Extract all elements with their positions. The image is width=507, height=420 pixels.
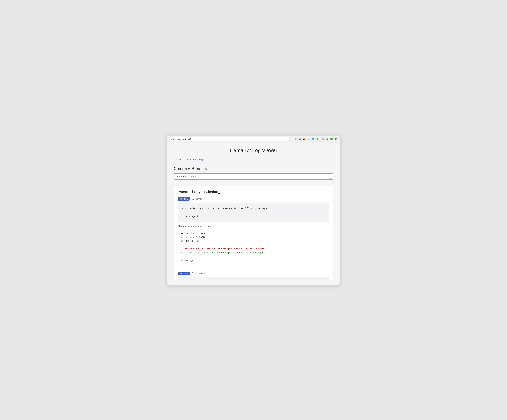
version-2-changes: Changes from previous version: --- Versi… <box>178 225 329 265</box>
diff-line-2: +++ Version 2bab08fa <box>181 235 326 239</box>
browser-actions: 🔗 📷 📸 ⬜ 🌐 ⚙ </> 🧩 ▦ <box>294 138 338 141</box>
tab-compare-prompts[interactable]: Compare Prompts <box>184 157 208 162</box>
version-1-header: Version 1 (73653a4e) <box>178 272 329 275</box>
extensions-icon[interactable]: 🧩 <box>326 138 329 141</box>
separator <box>292 138 292 141</box>
page-title: LlamaBot Log Viewer <box>174 147 333 153</box>
address-bar[interactable]: i http://localhost:8000 <box>169 137 290 141</box>
prompt-dropdown[interactable]: alertbot_userprompt <box>174 173 333 179</box>
prompt-dropdown-wrapper: alertbot_userprompt ∨ <box>174 173 333 183</box>
version-2-prompt-text: Provide for me a concise alert message f… <box>178 203 329 222</box>
diff-line-1: --- Version 73653a4e <box>181 231 326 235</box>
version-2-hash: (2bab08fa) <box>192 198 205 200</box>
browser-chrome: i http://localhost:8000 🔗 📷 📸 ⬜ 🌐 ⚙ </> … <box>167 136 340 143</box>
version-1-badge: Version 1 <box>178 272 190 275</box>
camera-icon[interactable]: 📸 <box>303 138 306 141</box>
settings-icon[interactable]: ⚙ <box>316 138 319 141</box>
globe-icon[interactable]: 🌐 <box>311 138 314 141</box>
version-2-badge: Version 2 <box>178 197 190 201</box>
screenshot-icon[interactable]: 📷 <box>298 138 301 141</box>
link-icon[interactable]: 🔗 <box>294 138 297 141</box>
browser-window: i http://localhost:8000 🔗 📷 📸 ⬜ 🌐 ⚙ </> … <box>167 135 340 285</box>
version-2-header: Version 2 (2bab08fa) <box>178 197 329 201</box>
version-1-prompt-text: Provide for me a concise alert message f… <box>178 277 329 280</box>
page-content: LlamaBot Log Viewer Logs Compare Prompts… <box>167 143 340 285</box>
section-title: Compare Prompts <box>174 166 333 171</box>
url-text: http://localhost:8000 <box>173 138 191 140</box>
diff-line-5: + Provide for me a concise alert message… <box>181 251 326 255</box>
prompt-history-card: Prompt History for alertbot_userprompt V… <box>174 186 333 280</box>
tabs-container: Logs Compare Prompts <box>174 157 333 162</box>
diff-line-3: @@ -1,5 +1,5 @@ <box>181 239 326 243</box>
separator-2 <box>320 138 320 141</box>
version-divider <box>178 268 329 269</box>
version-1-block: Version 1 (73653a4e) Provide for me a co… <box>178 272 329 280</box>
code-icon[interactable]: </> <box>321 138 324 141</box>
window-icon[interactable]: ⬜ <box>307 138 310 141</box>
changes-label: Changes from previous version: <box>178 225 329 227</box>
sidebar-icon[interactable]: ▦ <box>334 138 338 141</box>
version-1-hash: (73653a4e) <box>192 272 205 275</box>
prompt-history-title: Prompt History for alertbot_userprompt <box>178 190 329 194</box>
diff-box: --- Version 73653a4e +++ Version 2bab08f… <box>178 229 329 265</box>
diff-line-6: {{ message }} <box>181 259 326 262</box>
info-icon: i <box>171 138 172 140</box>
tab-logs[interactable]: Logs <box>174 157 184 162</box>
version-2-block: Version 2 (2bab08fa) Provide for me a co… <box>178 197 329 265</box>
profile-icon[interactable] <box>330 138 333 140</box>
diff-line-4: - Provide for me a concise alert message… <box>181 247 326 251</box>
